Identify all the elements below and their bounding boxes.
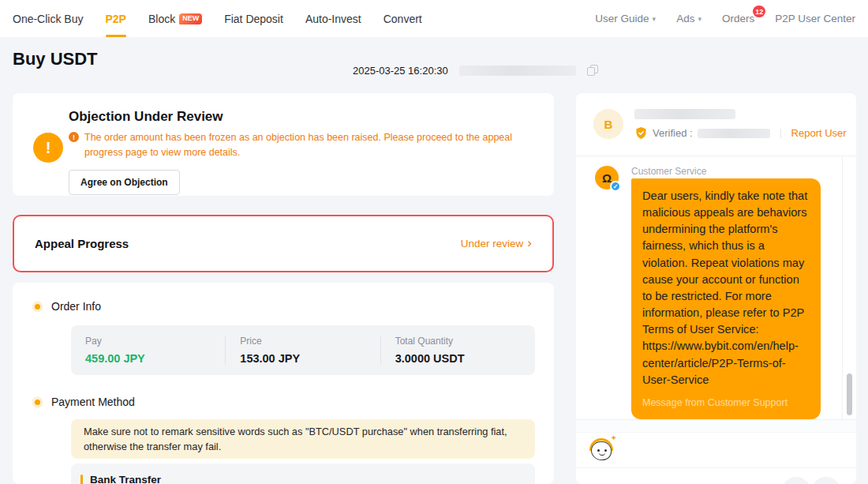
support-bot-icon[interactable]: ✦ [587,436,617,464]
price-value: 153.00 JPY [240,352,380,365]
caret-down-icon: ▾ [653,15,657,23]
pay-value: 459.00 JPY [85,352,225,365]
total-quantity-value: 3.0000 USDT [395,352,535,365]
order-timestamp: 2025-03-25 16:20:30 [353,65,448,77]
chat-bottom-strip [576,420,856,432]
quick-action-button[interactable] [782,477,810,484]
chat-scrollbar[interactable] [847,373,852,415]
objection-card: ! Objection Under Review ! The order amo… [13,93,554,196]
appeal-status-link[interactable]: Under review › [461,238,532,250]
nav-p2p-user-center[interactable]: P2P User Center [775,13,855,24]
caret-down-icon: ▾ [698,15,702,23]
appeal-progress-card[interactable]: Appeal Progress Under review › [13,215,554,272]
payment-method-title: Payment Method [51,396,135,408]
nav-fiat-deposit[interactable]: Fiat Deposit [224,0,283,37]
chat-panel: B Verified : Report User Ω ✓ Customer Se… [576,93,856,484]
order-meta-row: 2025-03-25 16:20:30 [353,63,598,77]
user-guide-label: User Guide [595,13,649,24]
chevron-right-icon: › [527,236,532,250]
nav-convert[interactable]: Convert [383,0,422,37]
nav-block[interactable]: Block NEW [148,0,202,37]
orange-bullet-icon [35,400,40,405]
order-number-redacted [459,66,576,76]
report-user-link[interactable]: Report User [791,127,847,139]
bank-transfer-box[interactable]: Bank Transfer [71,463,535,484]
warning-circle-icon: ! [33,133,63,163]
appeal-progress-title: Appeal Progress [35,237,129,250]
quick-action-button[interactable] [812,477,840,484]
nav-ads[interactable]: Ads ▾ [676,13,702,24]
pay-label: Pay [85,336,225,347]
customer-service-avatar: Ω ✓ [595,166,619,189]
vertical-divider [780,129,781,138]
order-col-pay: Pay 459.00 JPY [71,336,225,365]
warning-dot-icon: ! [69,132,79,142]
objection-title: Objection Under Review [69,109,535,125]
chat-message-bubble: Dear users, kindly take note that malici… [631,178,821,419]
objection-body: Objection Under Review ! The order amoun… [69,109,535,195]
order-col-total-quantity: Total Quantity 3.0000 USDT [380,336,535,365]
order-details-card: Order Info Pay 459.00 JPY Price 153.00 J… [13,283,554,484]
order-col-price: Price 153.00 JPY [225,336,380,365]
verified-shield-icon [634,126,648,140]
order-info-title: Order Info [51,300,101,313]
appeal-status-text: Under review [461,238,524,250]
ads-label: Ads [676,13,694,24]
orange-bar-icon [80,475,83,484]
order-info-box: Pay 459.00 JPY Price 153.00 JPY Total Qu… [71,325,535,375]
total-quantity-label: Total Quantity [395,336,535,347]
chat-message-text: Dear users, kindly take note that malici… [642,188,810,388]
verified-label: Verified : [653,127,693,139]
nav-user-guide[interactable]: User Guide ▾ [595,13,656,24]
nav-one-click-buy[interactable]: One-Click Buy [13,0,83,37]
headset-icon: Ω [602,171,612,185]
verified-name-redacted [698,129,770,138]
customer-service-name: Customer Service [631,166,706,177]
nav-block-label: Block [148,13,175,25]
chat-message-footer: Message from Customer Support [642,396,810,410]
bank-transfer-label: Bank Transfer [90,474,161,484]
sparkle-icon: ✦ [611,433,617,442]
orders-count-badge: 12 [753,6,765,17]
price-label: Price [240,336,380,347]
orange-bullet-icon [35,304,40,310]
nav-left: One-Click Buy P2P Block NEW Fiat Deposit… [13,0,422,37]
payment-method-section-head: Payment Method [35,396,554,408]
chat-messages: Ω ✓ Customer Service Dear users, kindly … [576,156,843,419]
payment-notice: Make sure not to remark sensitive words … [71,419,535,459]
top-nav: One-Click Buy P2P Block NEW Fiat Deposit… [0,0,868,37]
support-bot-row: ✦ [576,432,856,468]
nav-p2p[interactable]: P2P [105,0,125,37]
nav-auto-invest[interactable]: Auto-Invest [305,0,361,37]
seller-header: B Verified : Report User [576,93,856,156]
objection-warning: ! The order amount has been frozen as an… [69,130,535,161]
seller-info: Verified : Report User [634,109,847,140]
order-info-section-head: Order Info [35,283,554,313]
nav-orders[interactable]: Orders 12 [722,13,754,24]
bot-face-icon [591,441,612,460]
copy-icon[interactable] [587,65,598,76]
nav-right: User Guide ▾ Ads ▾ Orders 12 P2P User Ce… [595,13,855,24]
verified-row: Verified : Report User [634,126,847,140]
agree-on-objection-button[interactable]: Agree on Objection [69,170,180,195]
seller-name-redacted [634,109,735,119]
chat-input-row [576,468,856,484]
orders-label: Orders [722,13,754,24]
verified-check-icon: ✓ [610,181,621,192]
new-badge: NEW [179,13,202,24]
page-title: Buy USDT [13,49,98,69]
chat-area: Ω ✓ Customer Service Dear users, kindly … [576,156,856,420]
objection-warning-text: The order amount has been frozen as an o… [84,130,535,161]
seller-avatar[interactable]: B [593,109,623,139]
